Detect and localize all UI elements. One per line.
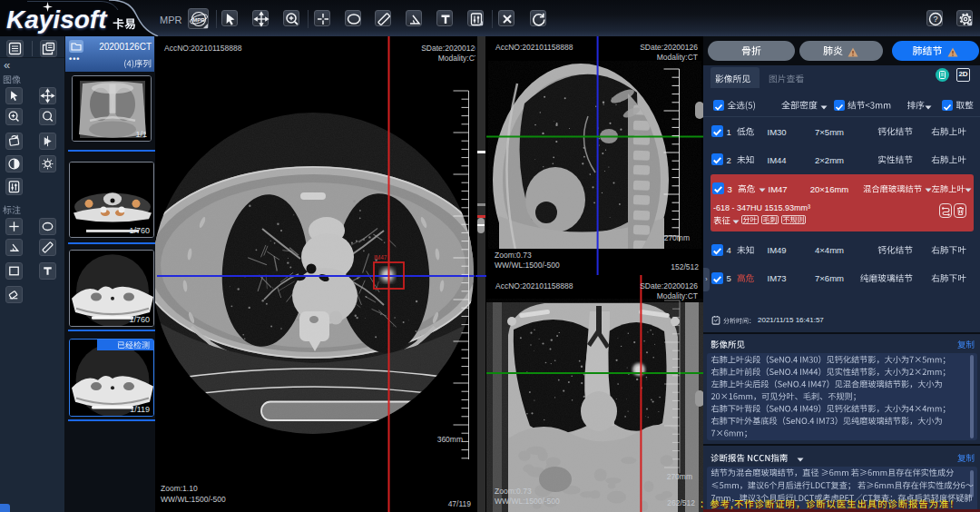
svg-text:IM47: IM47: [374, 254, 387, 261]
svg-text:?: ?: [933, 15, 937, 24]
svg-text:MPR: MPR: [192, 17, 205, 23]
